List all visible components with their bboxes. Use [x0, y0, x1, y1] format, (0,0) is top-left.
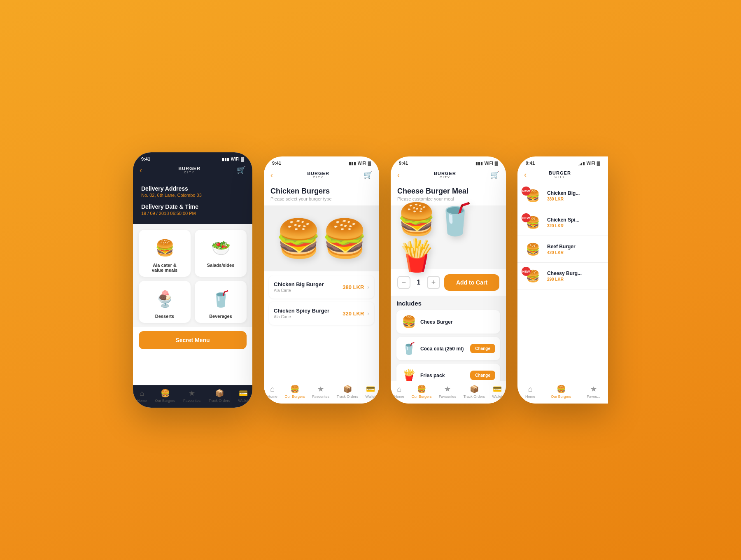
track-icon-3: 📦 — [470, 385, 479, 394]
nav-burgers-label-1: Our Burgers — [155, 399, 175, 403]
nav-home-4[interactable]: ⌂ Home — [525, 385, 535, 399]
wallet-icon-3: 💳 — [493, 385, 502, 394]
category-grid: 🍔 Ala cater &value meals 🥗 Salads/sides … — [133, 224, 252, 327]
nav-home-label-1: Home — [137, 399, 147, 403]
logo-1: BURGER CITY — [178, 166, 200, 175]
wifi-icon: WiFi — [231, 157, 240, 161]
app-header-2: ‹ BURGER CITY 🛒 — [264, 168, 379, 183]
nav-home-2[interactable]: ⌂ Home — [268, 385, 277, 399]
nav-track-3[interactable]: 📦 Track Orders — [464, 385, 485, 399]
back-button-2[interactable]: ‹ — [270, 171, 273, 180]
cart-icon-2[interactable]: 🛒 — [364, 170, 373, 180]
burger-item-2-info: Chicken Spicy Burger Ala Carte — [274, 308, 343, 319]
nav-burgers-1[interactable]: 🍔 Our Burgers — [155, 389, 175, 403]
nav-wallet-1[interactable]: 💳 Wallet — [238, 389, 248, 403]
qty-decrease[interactable]: − — [397, 276, 410, 289]
back-button-1[interactable]: ‹ — [140, 166, 142, 175]
home-icon-3: ⌂ — [397, 385, 401, 394]
nav-fav-3[interactable]: ★ Favourites — [439, 385, 456, 399]
include-cola-icon: 🥤 — [401, 342, 416, 355]
nav-track-label-3: Track Orders — [464, 394, 485, 399]
nav-wallet-label-3: Wallet — [492, 394, 502, 399]
new-badge-1: NEW — [522, 187, 531, 196]
new-badge-4: NEW — [522, 267, 531, 276]
change-fries-button[interactable]: Change — [470, 371, 495, 380]
partial-img-2: 🍔 NEW — [522, 214, 543, 231]
nav-wallet-3[interactable]: 💳 Wallet — [492, 385, 502, 399]
back-button-3[interactable]: ‹ — [397, 171, 400, 180]
burger-item-2-name: Chicken Spicy Burger — [274, 308, 343, 314]
notch-4 — [542, 156, 583, 166]
nav-wallet-label-1: Wallet — [238, 399, 248, 403]
category-ala-cater[interactable]: 🍔 Ala cater &value meals — [139, 230, 191, 277]
include-cola-name: Coca cola (250 ml) — [420, 346, 466, 352]
delivery-address-value: No. 02, 6th Lane, Colombo 03 — [141, 193, 244, 198]
notch-2 — [301, 156, 342, 166]
partial-item-3[interactable]: 🍔 Beef Burger 420 LKR — [517, 236, 608, 263]
nav-track-1[interactable]: 📦 Track Orders — [209, 389, 230, 403]
partial-item-1[interactable]: 🍔 NEW Chicken Big... 380 LKR — [517, 182, 608, 209]
change-cola-button[interactable]: Change — [470, 344, 495, 353]
burgers-icon-1: 🍔 — [161, 389, 170, 398]
burgers-icon-3: 🍔 — [417, 385, 426, 394]
back-button-4[interactable]: ‹ — [524, 170, 527, 179]
time-4: 9:41 — [526, 161, 535, 166]
nav-burgers-4[interactable]: 🍔 Our Burgers — [551, 385, 571, 399]
time-1: 9:41 — [141, 156, 150, 161]
add-to-cart-button[interactable]: Add to Cart — [444, 274, 499, 291]
partial-info-2: Chicken Spi... 320 LKR — [547, 217, 603, 228]
partial-img-4: 🍔 NEW — [522, 268, 543, 284]
nav-wallet-2[interactable]: 💳 Wallet — [365, 385, 375, 399]
nav-fav-2[interactable]: ★ Favourites — [312, 385, 329, 399]
new-badge-2: NEW — [522, 213, 531, 222]
burger-item-2-price: 320 LKR — [343, 310, 364, 317]
include-item-cola: 🥤 Coca cola (250 ml) Change — [396, 337, 500, 360]
nav-fav-1[interactable]: ★ Favourites — [183, 389, 200, 403]
burger-list-2: Chicken Big Burger Ala Carte 380 LKR › C… — [264, 271, 379, 329]
nav-track-2[interactable]: 📦 Track Orders — [337, 385, 358, 399]
nav-home-label-4: Home — [525, 394, 535, 399]
secret-menu-button[interactable]: Secret Menu — [139, 331, 247, 349]
battery-icon-3: ▓ — [495, 161, 498, 166]
partial-name-2: Chicken Spi... — [547, 217, 603, 223]
partial-item-4[interactable]: 🍔 NEW Cheesy Burg... 290 LKR — [517, 263, 608, 289]
bottom-nav-2: ⌂ Home 🍔 Our Burgers ★ Favourites 📦 Trac… — [264, 381, 379, 404]
nav-burgers-2[interactable]: 🍔 Our Burgers — [284, 385, 305, 399]
cart-icon-1[interactable]: 🛒 — [237, 166, 246, 175]
partial-list: 🍔 NEW Chicken Big... 380 LKR 🍔 NEW Chick… — [517, 182, 608, 289]
category-desserts[interactable]: 🍨 Desserts — [139, 281, 191, 323]
phone-2: 9:41 ▮▮▮ WiFi ▓ ‹ BURGER CITY 🛒 Chicken … — [264, 156, 379, 404]
nav-home-1[interactable]: ⌂ Home — [137, 389, 147, 403]
logo-3: BURGER CITY — [434, 171, 456, 180]
nav-track-label-1: Track Orders — [209, 399, 230, 403]
logo-text-2: BURGER — [307, 171, 329, 176]
partial-name-4: Cheesy Burg... — [547, 271, 603, 276]
dark-section: Delivery Address No. 02, 6th Lane, Colom… — [133, 179, 252, 224]
category-salads[interactable]: 🥗 Salads/sides — [195, 230, 247, 277]
burger-item-2[interactable]: Chicken Spicy Burger Ala Carte 320 LKR › — [269, 302, 374, 325]
phone-4: 9:41 ▮▮▮ WiFi ▓ ‹ BURGER CITY 🍔 NEW — [517, 156, 608, 404]
nav-home-label-3: Home — [394, 394, 404, 399]
status-icons-1: ▮▮▮ WiFi ▓ — [222, 157, 244, 161]
ala-cater-icon: 🍔 — [148, 236, 181, 260]
nav-home-3[interactable]: ⌂ Home — [394, 385, 404, 399]
qty-increase[interactable]: + — [427, 276, 440, 289]
burger-item-1[interactable]: Chicken Big Burger Ala Carte 380 LKR › — [269, 275, 374, 299]
status-icons-3: ▮▮▮ WiFi ▓ — [475, 161, 498, 166]
cart-icon-3[interactable]: 🛒 — [490, 170, 499, 180]
partial-item-2[interactable]: 🍔 NEW Chicken Spi... 320 LKR — [517, 209, 608, 236]
partial-price-4: 290 LKR — [547, 277, 603, 282]
nav-home-label-2: Home — [268, 394, 277, 399]
salads-label: Salads/sides — [207, 263, 235, 268]
home-icon-1: ⌂ — [140, 389, 144, 398]
fav-icon-3: ★ — [444, 385, 451, 394]
nav-burgers-3[interactable]: 🍔 Our Burgers — [411, 385, 431, 399]
ala-cater-label: Ala cater &value meals — [152, 263, 177, 273]
page-subtitle-2: Please select your burger type — [264, 196, 379, 205]
partial-img-1: 🍔 NEW — [522, 187, 543, 204]
beverages-icon: 🥤 — [204, 287, 237, 311]
wifi-icon-2: WiFi — [358, 161, 366, 166]
nav-fav-label-3: Favourites — [439, 394, 456, 399]
category-beverages[interactable]: 🥤 Beverages — [195, 281, 247, 323]
nav-fav-4[interactable]: ★ Favou... — [587, 385, 600, 399]
